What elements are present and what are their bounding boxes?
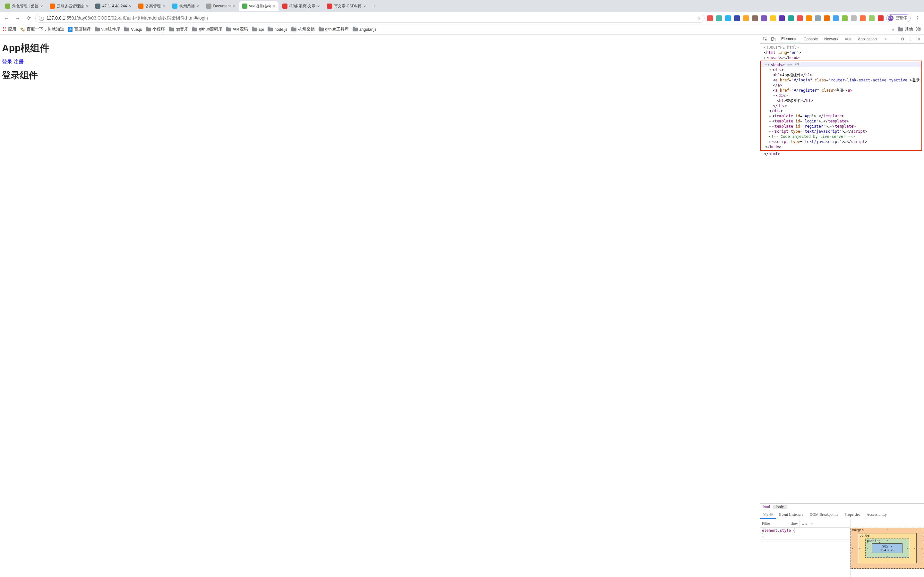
close-icon[interactable]: × — [40, 4, 43, 9]
browser-tab[interactable]: (18条消息)文章 × — [279, 1, 323, 11]
bookmarks-overflow[interactable]: » — [892, 27, 894, 32]
browser-tab[interactable]: vue项目结构 × — [239, 1, 278, 11]
styles-rules[interactable]: :hov .cls + element.style {}</span><span… — [760, 519, 850, 577]
browser-tab[interactable]: 写文章-CSDN博 × — [324, 1, 369, 11]
extension-icon[interactable] — [770, 15, 776, 21]
styles-subtab[interactable]: Styles — [760, 510, 776, 519]
close-icon[interactable]: × — [233, 4, 235, 9]
styles-subtab[interactable]: DOM Breakpoints — [806, 510, 841, 519]
bookmark-item[interactable]: qq音乐 — [169, 27, 188, 32]
extension-icon[interactable] — [806, 15, 812, 21]
hov-toggle[interactable]: :hov — [789, 519, 800, 527]
devtools-tab-vue[interactable]: Vue — [842, 35, 855, 43]
browser-tab[interactable]: 备案管理 × — [135, 1, 168, 11]
crumb-html[interactable]: html — [760, 505, 773, 509]
site-info-icon[interactable]: i — [39, 16, 44, 21]
chrome-menu-icon[interactable]: ⋮ — [913, 14, 921, 23]
new-tab-button[interactable]: + — [370, 2, 379, 11]
address-bar[interactable]: i 127.0.0.1:5501/day06/03.CODE/02.在页面中使用… — [35, 14, 704, 23]
elements-dom-tree[interactable]: <!DOCTYPE html><html lang="en">▸<head>…<… — [760, 44, 924, 503]
bookmark-item[interactable]: 小程序 — [145, 27, 165, 32]
close-icon[interactable]: × — [363, 4, 366, 9]
back-button[interactable]: ← — [3, 14, 11, 23]
css-rule[interactable]: </span><span class="sel">body</span> {<b… — [760, 540, 850, 542]
tab-favicon — [327, 3, 332, 9]
extension-icon[interactable] — [725, 15, 731, 21]
bookmark-item[interactable]: api — [252, 27, 264, 32]
bookmark-item[interactable]: 🐾百度一下，你就知道 — [20, 27, 64, 32]
extension-icon[interactable] — [716, 15, 722, 21]
other-bookmarks[interactable]: 其他书签 — [898, 27, 921, 32]
tab-favicon — [282, 3, 288, 9]
bookmark-item[interactable]: Vue.js — [124, 27, 142, 32]
close-icon[interactable]: × — [317, 4, 320, 9]
bookmark-item[interactable]: vue组件库 — [95, 27, 120, 32]
crumb-body[interactable]: body — [773, 505, 787, 509]
browser-tab[interactable]: 云服务器管理控 × — [47, 1, 91, 11]
close-icon[interactable]: × — [163, 4, 165, 9]
settings-gear-icon[interactable]: ⚙ — [899, 35, 906, 43]
styles-subtab[interactable]: Properties — [841, 510, 863, 519]
devtools-tab-network[interactable]: Network — [821, 35, 842, 43]
register-link[interactable]: 注册 — [13, 59, 24, 64]
close-icon[interactable]: × — [129, 4, 132, 9]
dom-breadcrumb[interactable]: html body — [760, 503, 924, 510]
browser-tab[interactable]: 杭州桑德 × — [169, 1, 202, 11]
extension-icon[interactable] — [815, 15, 821, 21]
extension-icon[interactable] — [734, 15, 740, 21]
close-icon[interactable]: × — [86, 4, 88, 9]
bookmark-item[interactable]: github工具库 — [318, 27, 349, 32]
extension-icon[interactable] — [797, 15, 803, 21]
extension-icon[interactable] — [833, 15, 838, 21]
svg-rect-2 — [773, 38, 775, 41]
extension-icon[interactable] — [842, 15, 848, 21]
extension-icon[interactable] — [824, 15, 830, 21]
devtools-close-icon[interactable]: × — [916, 35, 923, 43]
device-toolbar-icon[interactable] — [770, 35, 777, 43]
tab-title: vue项目结构 — [249, 3, 271, 9]
tab-favicon — [50, 3, 55, 9]
devtools-tab-application[interactable]: Application — [855, 35, 880, 43]
new-rule-button[interactable]: + — [809, 519, 815, 527]
close-icon[interactable]: × — [197, 4, 199, 9]
browser-tab[interactable]: 角色管理 | 桑德 × — [2, 1, 46, 11]
extension-icon[interactable] — [752, 15, 758, 21]
inspect-element-icon[interactable] — [761, 35, 768, 43]
bookmark-item[interactable]: ⠿应用 — [3, 26, 16, 32]
bookmark-item[interactable]: 杭州桑德 — [291, 27, 315, 32]
devtools-more-tabs[interactable]: » — [881, 35, 890, 43]
bookmark-item[interactable]: vue源码 — [226, 27, 248, 32]
extension-icon[interactable] — [869, 15, 875, 21]
bookmark-item[interactable]: github源码库 — [192, 27, 222, 32]
styles-subtab[interactable]: Event Listeners — [776, 510, 806, 519]
styles-filter-input[interactable] — [760, 522, 789, 525]
css-rule[interactable]: element.style {} — [760, 528, 850, 538]
star-icon[interactable]: ☆ — [696, 15, 701, 21]
extension-icon[interactable] — [743, 15, 749, 21]
browser-tab[interactable]: Document × — [203, 1, 238, 11]
bookmark-label: angular.js — [359, 27, 376, 32]
browser-tab[interactable]: 47.114.48.244 × — [92, 1, 134, 11]
bookmark-item[interactable]: 译百度翻译 — [68, 27, 91, 32]
devtools-tab-console[interactable]: Console — [800, 35, 821, 43]
extension-icon[interactable] — [878, 15, 884, 21]
extension-icon[interactable] — [761, 15, 767, 21]
login-link[interactable]: 登录 — [2, 59, 12, 64]
extension-icon[interactable] — [851, 15, 857, 21]
styles-subtab[interactable]: Accessibility — [863, 510, 890, 519]
bookmark-item[interactable]: angular.js — [352, 27, 376, 32]
cls-toggle[interactable]: .cls — [800, 519, 809, 527]
page-content: App根组件 登录 注册 登录组件 — [0, 35, 760, 577]
extension-icon[interactable] — [788, 15, 794, 21]
extension-icon[interactable] — [860, 15, 866, 21]
styles-subtabs: StylesEvent ListenersDOM BreakpointsProp… — [760, 510, 924, 519]
close-icon[interactable]: × — [273, 4, 275, 9]
bookmark-label: 百度一下，你就知道 — [27, 27, 64, 32]
devtools-menu-icon[interactable]: ⋮ — [907, 35, 914, 43]
devtools-tab-elements[interactable]: Elements — [778, 35, 800, 43]
debugger-paused-pill[interactable]: 兴也 已暂停 — [886, 15, 911, 22]
extension-icon[interactable] — [707, 15, 713, 21]
reload-button[interactable]: ⟳ — [24, 14, 33, 23]
extension-icon[interactable] — [779, 15, 785, 21]
bookmark-item[interactable]: node.js — [268, 27, 287, 32]
